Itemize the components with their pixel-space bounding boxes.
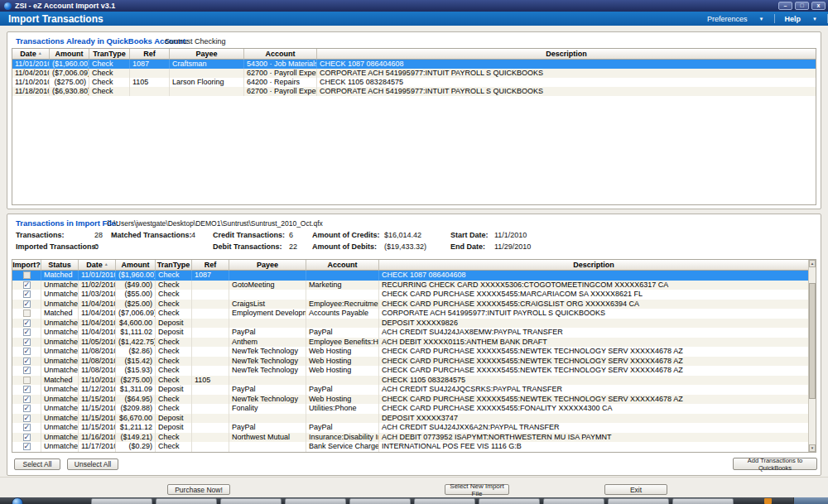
import-checkbox[interactable]: ✓ (23, 405, 31, 412)
cell-import[interactable]: ✓ (12, 395, 41, 405)
close-button[interactable]: x (811, 2, 826, 10)
select-new-import-file-button[interactable]: Select New Import File (445, 484, 509, 495)
import-checkbox[interactable]: ✓ (23, 386, 31, 393)
import-checkbox[interactable] (23, 377, 31, 384)
cell-import[interactable]: ✓ (12, 366, 41, 376)
menu-help[interactable]: Help ▼ (775, 12, 827, 26)
import-checkbox[interactable]: ✓ (23, 329, 31, 336)
import-checkbox[interactable]: ✓ (23, 358, 31, 365)
import-checkbox[interactable] (23, 271, 31, 279)
taskbar-item[interactable] (156, 498, 217, 504)
select-all-button[interactable]: Select All (14, 458, 60, 470)
taskbar-item[interactable] (608, 498, 669, 504)
table-row[interactable]: Matched11/10/2010($275.00)Check1105CHECK… (12, 376, 808, 386)
cell-import[interactable]: ✓ (12, 319, 41, 329)
purchase-now-button[interactable]: Purchase Now! (167, 484, 230, 495)
menu-preferences[interactable]: Preferences ▼ (697, 12, 773, 26)
taskbar-item[interactable] (414, 498, 475, 504)
table-row[interactable]: ✓Unmatched11/16/2010($149.21)CheckNorthw… (12, 433, 808, 443)
table-row[interactable]: ✓Unmatched11/12/2010$1,311.09DepositPayP… (12, 385, 808, 395)
import-checkbox[interactable] (23, 310, 31, 317)
column-header-amount[interactable]: Amount (50, 49, 89, 60)
table-row[interactable]: 11/10/2010($275.00)Check1105Larson Floor… (12, 78, 816, 87)
table-row[interactable]: ✓Unmatched11/15/2010($209.88)CheckFonali… (12, 404, 808, 414)
cell-import[interactable]: ✓ (12, 433, 41, 443)
table-row[interactable]: ✓Unmatched11/03/2010($55.00)CheckCHECK C… (12, 290, 808, 300)
table-row[interactable]: ✓Unmatched11/08/2010($2.86)CheckNewTek T… (12, 347, 808, 357)
import-checkbox[interactable]: ✓ (23, 396, 31, 403)
table-row[interactable]: ✓Unmatched11/05/2010($1,422.75)CheckAnth… (12, 338, 808, 348)
cell-import[interactable] (12, 376, 41, 386)
table-row[interactable]: 11/18/2010($6,930.80)Check62700 · Payrol… (12, 87, 816, 96)
column-header-description[interactable]: Description (379, 260, 808, 271)
table-row[interactable]: ✓Unmatched11/08/2010($15.93)CheckNewTek … (12, 366, 808, 376)
column-header-date[interactable]: Date (12, 49, 50, 60)
table-row[interactable]: ✓Unmatched11/04/2010($25.00)CheckCraigsL… (12, 300, 808, 310)
column-header-account[interactable]: Account (244, 49, 317, 60)
import-checkbox[interactable]: ✓ (23, 290, 31, 298)
column-header-trantype[interactable]: TranType (156, 260, 192, 271)
start-button-icon[interactable] (12, 497, 23, 504)
maximize-button[interactable]: □ (795, 2, 809, 10)
table-row[interactable]: ✓Unmatched11/17/2010($0.29)CheckBank Ser… (12, 442, 808, 452)
table-row[interactable]: ✓Unmatched11/04/2010$4,600.00DepositDEPO… (12, 319, 808, 329)
table-row[interactable]: ✓Unmatched11/15/2010$1,211.12DepositPayP… (12, 423, 808, 433)
scrollbar-thumb[interactable] (809, 283, 816, 399)
import-checkbox[interactable]: ✓ (23, 338, 31, 346)
table-row[interactable]: ✓Unmatched11/08/2010($15.42)CheckNewTek … (12, 357, 808, 367)
cell-import[interactable]: ✓ (12, 328, 41, 338)
import-checkbox[interactable]: ✓ (23, 424, 31, 431)
taskbar-item[interactable] (91, 498, 152, 504)
taskbar-item[interactable] (672, 498, 734, 504)
table-row[interactable]: Matched11/04/2010($7,006.09)CheckEmploym… (12, 309, 808, 319)
import-checkbox[interactable]: ✓ (23, 281, 31, 289)
taskbar-item[interactable] (285, 498, 346, 504)
column-header-ref[interactable]: Ref (192, 260, 229, 271)
import-checkbox[interactable]: ✓ (23, 415, 31, 422)
scroll-down-icon[interactable]: ▼ (809, 444, 816, 452)
column-header-payee[interactable]: Payee (229, 260, 306, 271)
column-header-description[interactable]: Description (317, 49, 816, 60)
cell-import[interactable]: ✓ (12, 347, 41, 357)
column-header-ref[interactable]: Ref (130, 49, 170, 60)
exit-button[interactable]: Exit (604, 484, 667, 495)
import-checkbox[interactable]: ✓ (23, 434, 31, 441)
cell-import[interactable]: ✓ (12, 414, 41, 424)
cell-import[interactable] (12, 309, 41, 319)
column-header-account[interactable]: Account (306, 260, 379, 271)
add-transactions-button[interactable]: Add Transactions to QuickBooks (733, 458, 817, 470)
cell-import[interactable]: ✓ (12, 338, 41, 348)
import-checkbox[interactable]: ✓ (23, 367, 31, 374)
vertical-scrollbar[interactable]: ▲ ▼ (808, 260, 816, 452)
taskbar-item[interactable] (349, 498, 411, 504)
table-row[interactable]: Matched11/01/2010($1,960.00)Check1087CHE… (12, 271, 808, 281)
import-checkbox[interactable]: ✓ (23, 319, 31, 327)
cell-import[interactable]: ✓ (12, 423, 41, 433)
table-row[interactable]: 11/04/2010($7,006.09)Check62700 · Payrol… (12, 69, 816, 78)
cell-import[interactable]: ✓ (12, 281, 41, 290)
column-header-trantype[interactable]: TranType (89, 49, 130, 60)
table-row[interactable]: ✓Unmatched11/15/2010($64.95)CheckNewTek … (12, 395, 808, 405)
taskbar-item[interactable] (543, 498, 604, 504)
column-header-payee[interactable]: Payee (170, 49, 244, 60)
cell-import[interactable]: ✓ (12, 385, 41, 395)
cell-import[interactable]: ✓ (12, 300, 41, 310)
column-header-amount[interactable]: Amount (116, 260, 156, 271)
column-header-import[interactable]: Import? (12, 260, 41, 271)
import-checkbox[interactable]: ✓ (23, 300, 31, 308)
tray-icon[interactable] (764, 498, 772, 504)
taskbar-tray[interactable] (793, 497, 828, 504)
import-checkbox[interactable]: ✓ (23, 443, 31, 450)
cell-import[interactable]: ✓ (12, 290, 41, 300)
table-row[interactable]: ✓Unmatched11/15/2010$6,670.00DepositDEPO… (12, 414, 808, 424)
cell-import[interactable]: ✓ (12, 357, 41, 367)
table-row[interactable]: ✓Unmatched11/02/2010($49.00)CheckGotoMee… (12, 281, 808, 290)
cell-import[interactable]: ✓ (12, 404, 41, 414)
cell-import[interactable]: ✓ (12, 442, 41, 452)
column-header-status[interactable]: Status (41, 260, 79, 271)
minimize-button[interactable]: – (778, 2, 792, 10)
import-checkbox[interactable]: ✓ (23, 348, 31, 355)
table-row[interactable]: 11/01/2010($1,960.00)Check1087Craftsman5… (12, 60, 816, 69)
taskbar-item[interactable] (220, 498, 282, 504)
scroll-up-icon[interactable]: ▲ (809, 260, 816, 267)
